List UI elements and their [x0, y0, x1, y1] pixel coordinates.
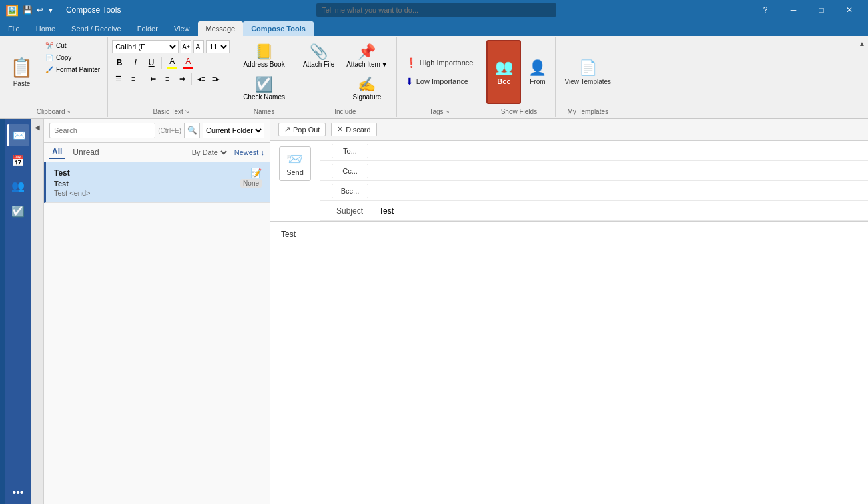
quick-access-save[interactable]: 💾 [23, 5, 33, 15]
to-field-row: To... [320, 141, 868, 161]
paste-button[interactable]: 📋 Paste [4, 40, 39, 104]
bcc-button[interactable]: 👥 Bcc [486, 40, 521, 104]
mail-item[interactable]: Test 📝 Test None Test <end> [44, 162, 270, 203]
bcc-input[interactable] [374, 182, 868, 200]
current-folder-select[interactable]: Current Folder [203, 123, 264, 138]
ribbon-collapse-icon[interactable]: ▲ [859, 40, 865, 47]
signature-button[interactable]: ✍️ Signature [342, 73, 392, 104]
font-color-button[interactable]: A [181, 55, 195, 70]
tab-message[interactable]: Message [198, 21, 244, 36]
compose-body[interactable]: Test [270, 222, 868, 504]
font-name-select[interactable]: Calibri (E [112, 40, 179, 53]
increase-indent-button[interactable]: ≡▸ [209, 72, 222, 85]
help-button[interactable]: ? [752, 3, 779, 17]
bcc-field-button[interactable]: Bcc... [332, 184, 368, 198]
font-size-select[interactable]: 11 [206, 40, 230, 53]
include-buttons: 📎 Attach File [298, 40, 339, 104]
attach-item-button[interactable]: 📌 Attach Item ▼ [342, 40, 392, 71]
bullets-button[interactable]: ☰ [112, 72, 125, 85]
basic-text-expand-icon[interactable]: ↘ [185, 109, 189, 115]
my-templates-group: 📄 View Templates My Templates [556, 37, 620, 117]
send-button-area: 📨 Send [270, 141, 320, 222]
low-importance-icon: ⬇ [406, 76, 414, 87]
cc-button[interactable]: Cc... [332, 164, 368, 178]
quick-access-undo[interactable]: ↩ [37, 5, 43, 15]
left-edge-bar [0, 119, 5, 504]
title-bar-left: 🖼️ 💾 ↩ ▼ Compose Tools [5, 4, 121, 17]
main-content: ✉️ 📅 👥 ☑️ ••• ◀ (Ctrl+E) 🔍 Current Folde… [0, 119, 868, 504]
tags-expand-icon[interactable]: ↘ [445, 109, 450, 115]
font-size-increase-btn[interactable]: A+ [181, 40, 191, 53]
filter-unread-tab[interactable]: Unread [70, 146, 101, 158]
restore-button[interactable]: □ [808, 3, 835, 17]
tab-compose-tools[interactable]: Compose Tools [243, 21, 314, 36]
check-names-button[interactable]: ☑️ Check Names [238, 73, 290, 104]
align-right-button[interactable]: ➡ [175, 72, 189, 85]
font-color-icon: A [185, 57, 191, 66]
pop-out-button[interactable]: ↗ Pop Out [278, 123, 326, 136]
filter-all-tab[interactable]: All [49, 146, 65, 159]
app-icon: 🖼️ [5, 4, 19, 17]
tab-view[interactable]: View [166, 21, 198, 36]
title-bar: 🖼️ 💾 ↩ ▼ Compose Tools ? ─ □ ✕ [0, 0, 868, 20]
names-group-footer: Names [234, 107, 294, 117]
tab-home[interactable]: Home [28, 21, 63, 36]
tab-send-receive[interactable]: Send / Receive [63, 21, 129, 36]
mail-item-from: Test [54, 168, 70, 178]
show-fields-group-body: 👥 Bcc 👤 From [482, 37, 555, 107]
format-painter-button[interactable]: 🖌️ Format Painter [42, 64, 103, 75]
sidebar-more-icon[interactable]: ••• [7, 481, 29, 504]
copy-button[interactable]: 📄 Copy [42, 52, 103, 63]
low-importance-button[interactable]: ⬇ Low Importance [401, 73, 478, 89]
to-input[interactable] [374, 142, 868, 160]
tags-group: ❗ High Importance ⬇ Low Importance Tags … [397, 37, 483, 117]
ribbon-collapse[interactable]: ▲ [856, 37, 868, 117]
align-left-button[interactable]: ⬅ [146, 72, 159, 85]
send-button[interactable]: 📨 Send [279, 146, 311, 181]
italic-button[interactable]: I [128, 55, 143, 70]
mail-item-header: Test 📝 [54, 168, 262, 178]
bcc-field-row: Bcc... [320, 181, 868, 201]
sort-by-select[interactable]: By Date [189, 148, 229, 157]
body-text: Test [281, 230, 296, 239]
sidebar-mail-icon[interactable]: ✉️ [7, 124, 29, 146]
tab-file[interactable]: File [0, 21, 28, 36]
cc-input[interactable] [374, 162, 868, 180]
show-fields-group-footer: Show Fields [482, 107, 555, 117]
sort-direction-label[interactable]: Newest ↓ [234, 148, 264, 156]
font-color-bar [183, 67, 193, 69]
discard-button[interactable]: ✕ Discard [331, 123, 376, 136]
folder-search-button[interactable]: 🔍 [184, 123, 200, 138]
subject-input[interactable] [374, 202, 868, 220]
address-book-button[interactable]: 📒 Address Book [238, 40, 290, 71]
clipboard-group-footer: Clipboard ↘ [0, 107, 107, 117]
sidebar-people-icon[interactable]: 👥 [7, 174, 29, 197]
clipboard-expand-icon[interactable]: ↘ [66, 109, 71, 115]
attach-file-button[interactable]: 📎 Attach File [298, 40, 339, 71]
quick-access-dropdown[interactable]: ▼ [47, 7, 54, 14]
align-center-button[interactable]: ≡ [161, 72, 174, 85]
nav-toggle[interactable]: ◀ [31, 119, 44, 504]
attach-item-dropdown-icon[interactable]: ▼ [382, 61, 388, 68]
close-button[interactable]: ✕ [836, 3, 863, 17]
discard-icon: ✕ [337, 125, 343, 134]
bold-button[interactable]: B [112, 55, 127, 70]
names-group-body: 📒 Address Book ☑️ Check Names [234, 37, 294, 107]
highlight-color-button[interactable]: A [165, 55, 179, 70]
to-button[interactable]: To... [332, 144, 368, 158]
minimize-button[interactable]: ─ [780, 3, 807, 17]
font-size-decrease-btn[interactable]: A- [193, 40, 204, 53]
cut-button[interactable]: ✂️ Cut [42, 40, 103, 51]
from-button[interactable]: 👤 From [524, 40, 551, 104]
bcc-label-col: Bcc... [320, 184, 374, 198]
high-importance-button[interactable]: ❗ High Importance [401, 55, 478, 71]
decrease-indent-button[interactable]: ◂≡ [195, 72, 208, 85]
view-templates-button[interactable]: 📄 View Templates [560, 40, 616, 104]
underline-button[interactable]: U [144, 55, 159, 70]
numbering-button[interactable]: ≡ [127, 72, 140, 85]
global-search-input[interactable] [316, 3, 556, 17]
sidebar-tasks-icon[interactable]: ☑️ [7, 200, 29, 222]
folder-search-input[interactable] [49, 123, 155, 138]
sidebar-calendar-icon[interactable]: 📅 [7, 149, 29, 172]
tab-folder[interactable]: Folder [129, 21, 166, 36]
